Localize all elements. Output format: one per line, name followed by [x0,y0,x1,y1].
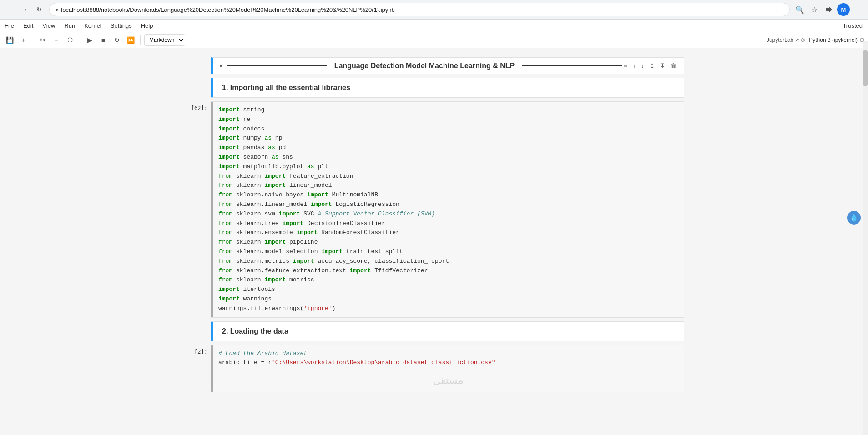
section1-heading: 1. Importing all the essential libraries [213,78,684,97]
heading-cell-tools: ⎓ ↑ ↓ ↥ ↧ 🗑 [622,61,678,70]
title-bar: Language Detection Model Machine Learnin… [227,62,622,70]
browser-toolbar: ← → ↻ ● localhost:8888/notebooks/Downloa… [0,0,868,19]
section2-code-cell: [2]: # Load the Arabic dataset arabic_fi… [184,345,684,393]
section1-markdown-cell: 1. Importing all the essential libraries [211,78,684,98]
title-cell-content: ▼ Language Detection Model Machine Learn… [211,57,684,74]
notebook-title: Language Detection Model Machine Learnin… [327,62,522,70]
restart-button[interactable]: ↻ [111,34,123,46]
browser-chrome: ← → ↻ ● localhost:8888/notebooks/Downloa… [0,0,868,20]
jupyter-toolbar: 💾 + ✂ ⎓ ⎔ ▶ ■ ↻ ⏩ Markdown Code Raw Jupy… [0,32,868,48]
menu-settings[interactable]: Settings [106,20,136,31]
section2-sidebar [184,321,211,341]
nav-buttons: ← → ↻ [4,3,45,16]
toolbar-divider-3 [140,35,141,45]
copy-button[interactable]: ⎓ [50,34,62,46]
section2-code-sidebar: [2]: [184,345,211,393]
menu-edit[interactable]: Edit [19,20,38,31]
paste-button[interactable]: ⎔ [64,34,76,46]
profile-avatar[interactable]: M [837,3,850,16]
section1-code-sidebar: [62]: [184,101,211,318]
cell-prompt-1: [62]: [191,105,207,111]
lock-icon: ● [55,6,58,13]
notebook-area: ▼ Language Detection Model Machine Learn… [0,48,868,435]
title-cell-sidebar [184,57,211,74]
jupyterlab-link[interactable]: JupyterLab ↗ ⚙ [767,37,805,43]
run-button[interactable]: ▶ [84,34,96,46]
jupyter-menubar: File Edit View Run Kernel Settings Help … [0,20,868,32]
code-area-1: import string import re import codecs im… [213,102,684,317]
code-area-2: # Load the Arabic dataset arabic_file = … [213,345,684,392]
section2-markdown-cell: 2. Loading the data [211,321,684,341]
add-cell-button[interactable]: + [17,34,29,46]
section1-code-content[interactable]: import string import re import codecs im… [211,101,684,318]
kernel-info: Python 3 (ipykernel) [809,37,864,43]
menu-file[interactable]: File [0,20,19,31]
back-button[interactable]: ← [4,3,16,16]
toolbar-right: JupyterLab ↗ ⚙ Python 3 (ipykernel) [767,37,864,43]
move-down-btn[interactable]: ↓ [640,61,646,70]
title-line-right [522,65,622,66]
menu-view[interactable]: View [38,20,60,31]
cell-type-select[interactable]: Markdown Code Raw [144,34,185,46]
restart-run-button[interactable]: ⏩ [125,34,136,46]
title-line-left [227,65,327,66]
address-bar[interactable]: ● localhost:8888/notebooks/Downloads/Lan… [49,3,790,16]
cell-prompt-2: [2]: [194,349,207,355]
extensions-button[interactable]: 🠲 [823,3,835,16]
notebook-container: ▼ Language Detection Model Machine Learn… [184,57,684,392]
section1-sidebar [184,78,211,98]
save-button[interactable]: 💾 [4,34,15,46]
section1-heading-cell: 1. Importing all the essential libraries [184,78,684,98]
reload-button[interactable]: ↻ [33,3,45,16]
browser-actions: 🔍 ☆ 🠲 M ⋮ [793,3,864,16]
add-below-btn[interactable]: ↧ [658,61,667,70]
cut-button[interactable]: ✂ [37,34,49,46]
section2-code-content[interactable]: # Load the Arabic dataset arabic_file = … [211,345,684,393]
title-cell: ▼ Language Detection Model Machine Learn… [184,57,684,74]
delete-cell-btn[interactable]: 🗑 [669,61,678,70]
search-button[interactable]: 🔍 [793,3,806,16]
section2-heading-cell: 2. Loading the data [184,321,684,341]
menu-kernel[interactable]: Kernel [80,20,106,31]
scrollbar-track[interactable] [863,41,868,435]
scrollbar-thumb[interactable] [863,50,868,86]
watermark: مستقل [218,372,678,388]
menu-help[interactable]: Help [136,20,158,31]
bookmark-button[interactable]: ☆ [808,3,821,16]
section1-code-cell: [62]: import string import re import cod… [184,101,684,318]
collapse-arrow-icon[interactable]: ▼ [218,63,223,69]
interrupt-button[interactable]: ■ [97,34,109,46]
menu-run[interactable]: Run [60,20,80,31]
move-up-btn[interactable]: ↑ [631,61,638,70]
toolbar-divider-2 [80,35,80,45]
toolbar-divider-1 [33,35,33,45]
add-above-btn[interactable]: ↥ [648,61,656,70]
side-panel-button[interactable]: 💧 [847,211,861,225]
forward-button[interactable]: → [18,3,31,16]
trusted-badge: Trusted [837,21,868,30]
url-text: localhost:8888/notebooks/Downloads/Langu… [61,6,784,13]
section2-heading: 2. Loading the data [213,322,684,341]
copy-cell-btn[interactable]: ⎓ [622,61,629,70]
menu-button[interactable]: ⋮ [852,3,864,16]
